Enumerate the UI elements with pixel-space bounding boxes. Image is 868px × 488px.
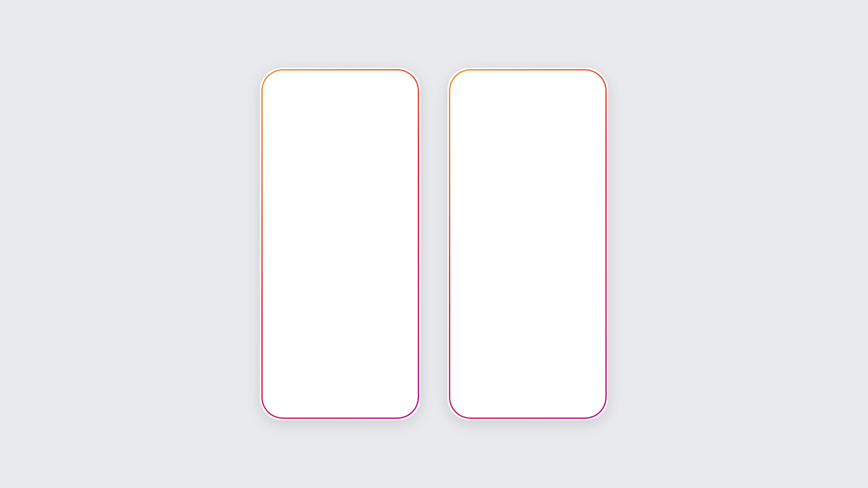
cancel-button-2[interactable]: Cancel [578, 93, 599, 101]
svg-point-15 [582, 398, 586, 402]
tab-places-2[interactable]: Places [539, 108, 569, 124]
svg-line-3 [315, 404, 317, 407]
helpline-chevron-2: › [595, 191, 598, 199]
tab-accounts-2[interactable]: Accounts [478, 108, 515, 124]
time-1: 9:41 [272, 75, 286, 83]
search-input-wrap-2[interactable]: 🔍 bulimic [456, 89, 574, 104]
professionals-text-2: See suggestions from professionals outsi… [481, 246, 589, 267]
help-subtitle-2: If you or someone you know may be strugg… [458, 150, 598, 168]
newspaper-icon-1 [270, 249, 287, 265]
shop-nav-1[interactable] [362, 396, 374, 408]
helpline-title-1: Contact a helpline [293, 188, 401, 195]
phone-icon-1 [270, 187, 287, 203]
help-content-1: Help is available If you or someone you … [261, 125, 419, 390]
main-container: 9:41 [260, 68, 608, 420]
svg-point-5 [339, 401, 342, 404]
phone-2: 9:41 [448, 68, 608, 420]
status-bar-1: 9:41 [261, 69, 419, 86]
search-input-wrap-1[interactable]: 🔍 self-harm thoughts [269, 89, 386, 104]
cancel-button-1[interactable]: Cancel [391, 93, 412, 101]
help-content-2: Help is available If you or someone you … [449, 125, 607, 390]
wifi-icon-1 [388, 76, 396, 83]
friend-desc-2: Message someone you trust [481, 225, 589, 232]
status-icons-1 [377, 76, 408, 83]
svg-point-7 [394, 398, 398, 402]
search-nav-2[interactable] [494, 396, 506, 408]
profile-nav-2[interactable] [578, 396, 590, 408]
professionals-title-2: See suggestions from professionals outsi… [481, 246, 589, 260]
reels-nav-2[interactable] [522, 396, 533, 408]
tab-tags-1[interactable]: Tags [327, 108, 352, 124]
svg-point-13 [526, 401, 529, 404]
helpline-text-1: Contact a helpline Call or text for supp… [293, 188, 401, 202]
signal-icon-2 [565, 76, 573, 82]
helpline-item-1[interactable]: Contact a helpline Call or text for supp… [270, 181, 410, 210]
newspaper-icon-2 [458, 249, 474, 265]
message-icon-1 [270, 216, 287, 233]
helpline-desc-1: Call or text for support [293, 196, 401, 202]
svg-rect-4 [335, 397, 345, 407]
friend-text-2: Reach out to a friend Message someone yo… [481, 217, 589, 232]
friend-title-1: Reach out to a friend [293, 217, 401, 225]
tabs-1: Top Accounts Tags Places [261, 108, 419, 125]
search-area-1: 🔍 self-harm thoughts Cancel [261, 86, 419, 108]
helpline-item-2[interactable]: Contact a helpline Call or text for supp… [458, 181, 598, 210]
home-nav-1[interactable] [278, 396, 290, 408]
shop-nav-2[interactable] [550, 396, 561, 408]
search-icon-2: 🔍 [462, 94, 469, 100]
help-title-2: Help is available [458, 136, 598, 146]
home-nav-2[interactable] [466, 396, 478, 408]
friend-chevron-2: › [595, 221, 598, 229]
search-input-2[interactable]: bulimic [472, 93, 568, 101]
time-2: 9:41 [460, 75, 473, 83]
tab-places-1[interactable]: Places [352, 108, 382, 124]
professionals-chevron-1: › [408, 253, 410, 261]
signal-icon-1 [377, 76, 386, 82]
tab-top-1[interactable]: Top [269, 108, 291, 124]
svg-rect-12 [523, 397, 533, 407]
status-bar-2: 9:41 [449, 69, 607, 86]
svg-line-11 [502, 404, 505, 407]
friend-chevron-1: › [408, 221, 410, 229]
reels-nav-1[interactable] [334, 396, 346, 408]
professionals-chevron-2: › [595, 253, 598, 261]
battery-icon-2 [586, 77, 596, 82]
tab-tags-2[interactable]: Tags [515, 108, 539, 124]
help-title-1: Help is available [270, 136, 410, 146]
bottom-nav-2 [449, 390, 607, 419]
status-icons-2 [565, 76, 596, 83]
profile-nav-1[interactable] [390, 396, 402, 408]
professionals-desc-1: Learn what you can do in the moment [293, 261, 401, 267]
search-area-2: 🔍 bulimic Cancel [449, 86, 607, 108]
helpline-title-2: Contact a helpline [481, 188, 589, 195]
professionals-desc-2: Learn what you can do in the moment [481, 261, 589, 267]
phone-icon-2 [458, 187, 474, 203]
battery-icon-1 [398, 77, 408, 82]
helpline-text-2: Contact a helpline Call or text for supp… [481, 188, 589, 202]
friend-item-1[interactable]: Reach out to a friend Message someone yo… [270, 210, 410, 239]
tab-top-2[interactable]: Top [456, 108, 478, 124]
professionals-item-1[interactable]: See suggestions from professionals outsi… [270, 239, 410, 274]
professionals-text-1: See suggestions from professionals outsi… [293, 246, 401, 267]
wifi-icon-2 [576, 76, 583, 83]
professionals-item-2[interactable]: See suggestions from professionals outsi… [458, 239, 598, 274]
message-icon-2 [458, 216, 474, 233]
search-nav-1[interactable] [307, 396, 318, 408]
help-subtitle-1: If you or someone you know may be strugg… [270, 150, 410, 168]
search-icon-1: 🔍 [274, 94, 281, 100]
friend-text-1: Reach out to a friend Message someone yo… [293, 217, 401, 232]
friend-item-2[interactable]: Reach out to a friend Message someone yo… [458, 210, 598, 239]
professionals-title-1: See suggestions from professionals outsi… [293, 246, 401, 260]
friend-desc-1: Message someone you trust [293, 225, 401, 232]
bottom-nav-1 [261, 390, 419, 419]
friend-title-2: Reach out to a friend [481, 217, 589, 225]
tab-accounts-1[interactable]: Accounts [291, 108, 328, 124]
tabs-2: Top Accounts Tags Places [449, 108, 607, 125]
phone-1: 9:41 [260, 68, 420, 420]
search-input-1[interactable]: self-harm thoughts [285, 93, 381, 101]
helpline-chevron-1: › [408, 191, 410, 199]
helpline-desc-2: Call or text for support [481, 196, 589, 202]
